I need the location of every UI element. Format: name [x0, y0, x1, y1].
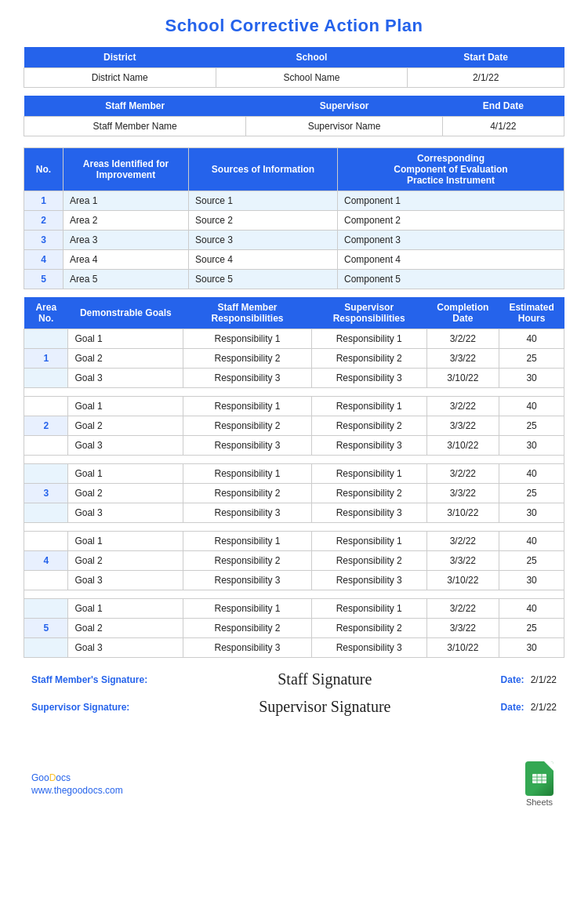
goals-area-empty: [24, 532, 68, 551]
component-header: CorrespondingComponent of EvaluationPrac…: [338, 148, 564, 191]
goal-name: Goal 3: [68, 369, 183, 388]
estimated-hours: 40: [499, 532, 564, 551]
goal-row: Goal 1 Responsibility 1 Responsibility 1…: [24, 329, 564, 349]
no-header: No.: [24, 148, 64, 191]
goal-name: Goal 2: [68, 416, 183, 436]
sup-resp-header: SupervisorResponsibilities: [311, 297, 426, 329]
area-row: 5 Area 5 Source 5 Component 5: [24, 270, 564, 289]
supervisor-responsibility: Responsibility 2: [311, 349, 426, 369]
goals-area-empty: [24, 397, 68, 416]
staff-responsibility: Responsibility 1: [183, 329, 312, 349]
completion-date: 3/3/22: [426, 619, 499, 638]
supervisor-responsibility: Responsibility 1: [311, 464, 426, 484]
goal-row: Goal 1 Responsibility 1 Responsibility 1…: [24, 397, 564, 416]
goals-area-empty: [24, 503, 68, 523]
estimated-hours: 30: [499, 571, 564, 590]
staff-responsibility: Responsibility 2: [183, 484, 312, 503]
staff-member-value: Staff Member Name: [24, 117, 246, 136]
goal-name: Goal 1: [68, 532, 183, 551]
completion-date: 3/2/22: [426, 599, 499, 619]
goals-area-empty: [24, 464, 68, 484]
goal-row: Goal 3 Responsibility 3 Responsibility 3…: [24, 638, 564, 658]
goal-row: 5 Goal 2 Responsibility 2 Responsibility…: [24, 619, 564, 638]
goal-row: 2 Goal 2 Responsibility 2 Responsibility…: [24, 416, 564, 436]
staff-responsibility: Responsibility 2: [183, 551, 312, 571]
estimated-hours: 30: [499, 369, 564, 388]
svg-rect-0: [532, 774, 546, 783]
sheets-icon-container: Sheets: [522, 761, 557, 807]
goal-row: 3 Goal 2 Responsibility 2 Responsibility…: [24, 484, 564, 503]
start-date-value: 2/1/22: [408, 68, 564, 88]
staff-sig-value: Staff Signature: [165, 670, 485, 688]
estimated-hours: 40: [499, 599, 564, 619]
logo-text: GooDocs: [31, 772, 123, 783]
goal-name: Goal 3: [68, 436, 183, 456]
goals-area-empty: [24, 329, 68, 349]
completion-date: 3/3/22: [426, 416, 499, 436]
area-name: Area 4: [64, 250, 189, 270]
goals-area-no: 1: [24, 349, 68, 369]
sheets-icon-img: [525, 761, 554, 796]
goal-name: Goal 2: [68, 349, 183, 369]
supervisor-responsibility: Responsibility 2: [311, 551, 426, 571]
completion-date: 3/2/22: [426, 532, 499, 551]
supervisor-sig-value: Supervisor Signature: [165, 698, 485, 716]
signatures-section: Staff Member's Signature: Staff Signatur…: [24, 666, 564, 730]
goal-row: 4 Goal 2 Responsibility 2 Responsibility…: [24, 551, 564, 571]
area-component: Component 3: [338, 231, 564, 250]
supervisor-responsibility: Responsibility 3: [311, 436, 426, 456]
supervisor-responsibility: Responsibility 2: [311, 619, 426, 638]
goals-area-empty: [24, 599, 68, 619]
goals-area-no: 5: [24, 619, 68, 638]
supervisor-responsibility: Responsibility 3: [311, 571, 426, 590]
area-name: Area 3: [64, 231, 189, 250]
completion-date: 3/2/22: [426, 397, 499, 416]
supervisor-responsibility: Responsibility 3: [311, 503, 426, 523]
goal-row: Goal 3 Responsibility 3 Responsibility 3…: [24, 436, 564, 456]
estimated-hours: 25: [499, 551, 564, 571]
estimated-hours-header: EstimatedHours: [499, 297, 564, 329]
completion-date-header: CompletionDate: [426, 297, 499, 329]
goals-area-no: 3: [24, 484, 68, 503]
staff-responsibility: Responsibility 1: [183, 464, 312, 484]
completion-date: 3/3/22: [426, 484, 499, 503]
staff-responsibility: Responsibility 3: [183, 503, 312, 523]
supervisor-date-value: 2/1/22: [531, 702, 557, 713]
goal-name: Goal 1: [68, 397, 183, 416]
goal-name: Goal 2: [68, 551, 183, 571]
estimated-hours: 25: [499, 349, 564, 369]
supervisor-sig-label: Supervisor Signature:: [31, 702, 165, 713]
staff-responsibility: Responsibility 1: [183, 599, 312, 619]
area-source: Source 4: [189, 250, 338, 270]
start-date-header: Start Date: [408, 47, 564, 68]
supervisor-responsibility: Responsibility 2: [311, 484, 426, 503]
completion-date: 3/10/22: [426, 638, 499, 658]
completion-date: 3/10/22: [426, 369, 499, 388]
end-date-value: 4/1/22: [442, 117, 564, 136]
goals-area-empty: [24, 571, 68, 590]
supervisor-header: Supervisor: [246, 96, 442, 117]
staff-responsibility: Responsibility 3: [183, 369, 312, 388]
area-row: 4 Area 4 Source 4 Component 4: [24, 250, 564, 270]
goal-name: Goal 3: [68, 503, 183, 523]
supervisor-responsibility: Responsibility 1: [311, 532, 426, 551]
area-source: Source 3: [189, 231, 338, 250]
estimated-hours: 30: [499, 503, 564, 523]
school-value: School Name: [216, 68, 408, 88]
logo-ocs: ocs: [56, 772, 71, 783]
estimated-hours: 40: [499, 397, 564, 416]
staff-member-header: Staff Member: [24, 96, 246, 117]
areas-header: Areas Identified forImprovement: [64, 148, 189, 191]
goal-row: Goal 1 Responsibility 1 Responsibility 1…: [24, 464, 564, 484]
supervisor-value: Supervisor Name: [246, 117, 442, 136]
area-separator-row: [24, 523, 564, 532]
staff-responsibility: Responsibility 2: [183, 619, 312, 638]
district-value: District Name: [24, 68, 216, 88]
estimated-hours: 25: [499, 619, 564, 638]
staff-date-value: 2/1/22: [531, 674, 557, 685]
area-component: Component 5: [338, 270, 564, 289]
supervisor-responsibility: Responsibility 1: [311, 397, 426, 416]
area-component: Component 2: [338, 211, 564, 231]
area-component: Component 4: [338, 250, 564, 270]
footer: GooDocs www.thegoodocs.com Sheets: [24, 761, 564, 807]
